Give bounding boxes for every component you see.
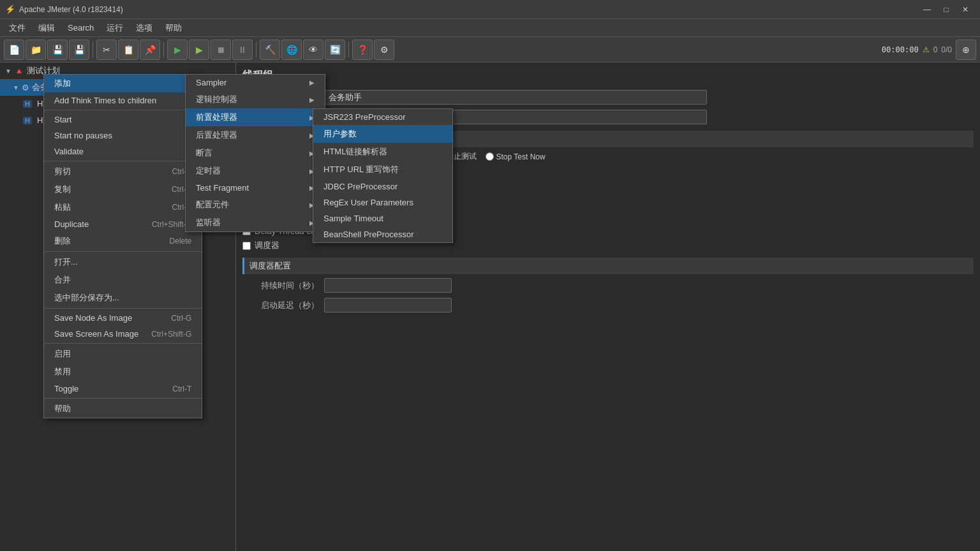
toolbar-save[interactable]: 💾 xyxy=(47,40,68,60)
tree-icon-http-default: H xyxy=(23,100,32,108)
toolbar-build[interactable]: 🔨 xyxy=(260,40,280,60)
toolbar-new[interactable]: 📄 xyxy=(4,40,24,60)
toolbar-refresh[interactable]: 🔄 xyxy=(325,40,345,60)
toolbar-help[interactable]: ❓ xyxy=(352,40,373,60)
ctx-help[interactable]: 帮助 xyxy=(44,400,202,418)
pre-regex-user[interactable]: RegEx User Parameters xyxy=(313,195,452,210)
tree-icon-test-plan: 🔺 xyxy=(14,66,24,76)
ctx-cut[interactable]: 剪切 Ctrl-X xyxy=(44,163,202,180)
ctx-start-no-pauses[interactable]: Start no pauses xyxy=(44,128,202,143)
ctx-sep-6 xyxy=(44,398,202,399)
ctx-sep-4 xyxy=(44,308,202,309)
toolbar-remote[interactable]: 🌐 xyxy=(281,40,302,60)
minimize-button[interactable]: — xyxy=(917,0,937,19)
scheduler-checkbox[interactable] xyxy=(242,242,251,250)
ctx-add-think-times[interactable]: Add Think Times to children xyxy=(44,92,202,108)
toolbar: 📄 📁 💾 💾 ✂ 📋 📌 ▶ ▶ ⏹ ⏸ 🔨 🌐 👁 🔄 ❓ ⚙ 00:00:… xyxy=(0,37,980,62)
menu-edit[interactable]: 编辑 xyxy=(32,20,61,36)
tree-icon-huiwu: ⚙ xyxy=(22,83,29,92)
ctx-open[interactable]: 打开... xyxy=(44,253,202,271)
start-delay-input[interactable] xyxy=(324,298,452,312)
add-timer[interactable]: 定时器 ▶ xyxy=(186,162,325,180)
toolbar-settings[interactable]: ⚙ xyxy=(374,40,394,60)
title-bar: ⚡ Apache JMeter (4.0 r1823414) — □ ✕ xyxy=(0,0,980,19)
toolbar-shutdown[interactable]: ⏸ xyxy=(232,40,253,60)
preprocessor-submenu: JSR223 PreProcessor 用户参数 HTML链接解析器 HTTP … xyxy=(313,108,453,243)
toolbar-save-as[interactable]: 💾 xyxy=(69,40,89,60)
toolbar-sep-2 xyxy=(163,42,164,57)
ctx-disable[interactable]: 禁用 xyxy=(44,363,202,381)
ctx-save-node-image[interactable]: Save Node As Image Ctrl-G xyxy=(44,310,202,326)
pre-http-url[interactable]: HTTP URL 重写饰符 xyxy=(313,161,452,179)
ctx-save-node-shortcut: Ctrl-G xyxy=(171,314,191,323)
name-row: 名称： xyxy=(242,90,974,105)
tree-arrow-huiwu: ▼ xyxy=(13,84,19,91)
panel-title: 线程组 xyxy=(242,69,974,82)
pre-jdbc[interactable]: JDBC PreProcessor xyxy=(313,179,452,195)
toolbar-start[interactable]: ▶ xyxy=(167,40,188,60)
ctx-paste[interactable]: 粘贴 Ctrl-V xyxy=(44,198,202,216)
pre-beanshell[interactable]: BeanShell PreProcessor xyxy=(313,226,452,242)
pre-jsr223[interactable]: JSR223 PreProcessor xyxy=(313,109,452,125)
toolbar-paste[interactable]: 📌 xyxy=(140,40,160,60)
add-submenu: Sampler ▶ 逻辑控制器 ▶ 前置处理器 ▶ 后置处理器 ▶ 断言 ▶ 定… xyxy=(185,74,325,232)
ctx-delete[interactable]: 删除 Delete xyxy=(44,232,202,250)
pre-sample-timeout[interactable]: Sample Timeout xyxy=(313,210,452,226)
add-assertion[interactable]: 断言 ▶ xyxy=(186,144,325,162)
add-config-element[interactable]: 配置元件 ▶ xyxy=(186,196,325,214)
name-input[interactable] xyxy=(324,90,707,105)
toolbar-extra[interactable]: ⊕ xyxy=(956,40,976,60)
timer-display: 00:00:00 xyxy=(882,45,919,54)
add-logic-arrow: ▶ xyxy=(309,96,315,103)
add-pre-processor[interactable]: 前置处理器 ▶ xyxy=(186,108,325,126)
ctx-toggle[interactable]: Toggle Ctrl-T xyxy=(44,381,202,397)
ctx-copy[interactable]: 复制 Ctrl-C xyxy=(44,180,202,198)
toolbar-sep-3 xyxy=(256,42,256,57)
app-icon: ⚡ xyxy=(5,4,15,15)
toolbar-cut[interactable]: ✂ xyxy=(96,40,117,60)
menu-help[interactable]: 帮助 xyxy=(159,20,188,36)
menu-bar: 文件 编辑 Search 运行 选项 帮助 xyxy=(0,19,980,37)
warning-icon: ⚠ xyxy=(923,45,930,54)
warning-count: 0 xyxy=(933,45,938,54)
ctx-merge[interactable]: 合并 xyxy=(44,271,202,289)
menu-run[interactable]: 运行 xyxy=(100,20,130,36)
add-logic-controller[interactable]: 逻辑控制器 ▶ xyxy=(186,91,325,108)
toolbar-sep-4 xyxy=(348,42,349,57)
duration-row: 持续时间（秒） xyxy=(242,278,974,293)
toolbar-sep-1 xyxy=(93,42,93,57)
toolbar-right: 00:00:00 ⚠ 0 0/0 ⊕ xyxy=(882,40,976,60)
pre-html-link[interactable]: HTML链接解析器 xyxy=(313,143,452,161)
menu-file[interactable]: 文件 xyxy=(3,20,32,36)
add-test-fragment[interactable]: Test Fragment ▶ xyxy=(186,180,325,196)
duration-label: 持续时间（秒） xyxy=(242,280,319,291)
toolbar-start-no-pause[interactable]: ▶ xyxy=(189,40,209,60)
ctx-duplicate[interactable]: Duplicate Ctrl+Shift-C xyxy=(44,216,202,232)
toolbar-copy[interactable]: 📋 xyxy=(118,40,138,60)
ctx-save-selection[interactable]: 选中部分保存为... xyxy=(44,289,202,307)
menu-search[interactable]: Search xyxy=(61,20,100,35)
toolbar-stop[interactable]: ⏹ xyxy=(211,40,231,60)
scheduler-label: 调度器 xyxy=(255,240,279,251)
ctx-sep-2 xyxy=(44,161,202,161)
close-button[interactable]: ✕ xyxy=(956,0,975,19)
radio-stop-test-now[interactable]: Stop Test Now xyxy=(486,152,546,161)
add-post-processor[interactable]: 后置处理器 ▶ xyxy=(186,126,325,144)
pre-user-params[interactable]: 用户参数 xyxy=(313,125,452,143)
menu-options[interactable]: 选项 xyxy=(130,20,159,36)
ctx-save-screen-image[interactable]: Save Screen As Image Ctrl+Shift-G xyxy=(44,326,202,342)
add-listener[interactable]: 监听器 ▶ xyxy=(186,214,325,231)
ctx-add[interactable]: 添加 ▶ xyxy=(44,75,202,92)
error-count: 0/0 xyxy=(941,45,952,54)
toolbar-view[interactable]: 👁 xyxy=(303,40,323,60)
ctx-save-screen-shortcut: Ctrl+Shift-G xyxy=(151,330,191,339)
duration-input[interactable] xyxy=(324,278,452,293)
add-sampler[interactable]: Sampler ▶ xyxy=(186,75,325,91)
maximize-button[interactable]: □ xyxy=(937,0,956,19)
toolbar-open[interactable]: 📁 xyxy=(26,40,46,60)
ctx-enable[interactable]: 启用 xyxy=(44,345,202,363)
add-sampler-arrow: ▶ xyxy=(309,79,315,86)
ctx-validate[interactable]: Validate xyxy=(44,143,202,159)
main-context-menu: 添加 ▶ Add Think Times to children Start S… xyxy=(43,74,202,418)
ctx-start[interactable]: Start xyxy=(44,112,202,128)
